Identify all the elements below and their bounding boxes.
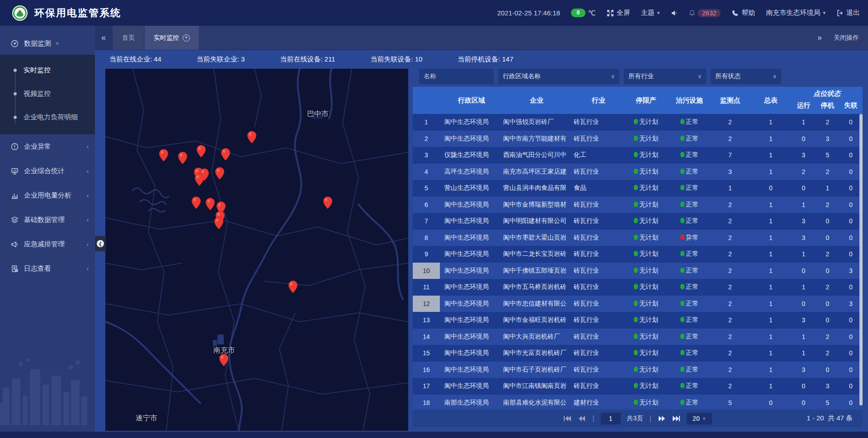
industry-select[interactable]: 所有行业 ∨: [624, 69, 706, 84]
map-pin-icon[interactable]: [323, 196, 333, 209]
theme-dropdown[interactable]: 主题▾: [641, 9, 660, 17]
cell-region: 南部生态环境局: [440, 399, 499, 407]
cell-off: 0: [840, 333, 862, 340]
map-pin-icon[interactable]: [191, 196, 201, 209]
map-pin-icon[interactable]: [288, 280, 298, 293]
table-row[interactable]: 14阆中生态环境局阆中大兴页岩机砖厂砖瓦行业无计划正常21120: [413, 329, 863, 345]
table-row[interactable]: 16阆中生态环境局阆中市石子页岩机砖厂砖瓦行业无计划正常21300: [413, 362, 863, 378]
tab-home[interactable]: 首页: [113, 26, 144, 50]
help-button[interactable]: 帮助: [731, 9, 755, 17]
notification-bell[interactable]: 2632: [689, 9, 721, 17]
sidebar-item-enterprise-stats[interactable]: 企业综合统计‹: [0, 159, 95, 183]
table-row[interactable]: 9阆中生态环境局阆中市二龙长宝页岩砖砖瓦行业无计划正常21120: [413, 246, 863, 263]
table-row[interactable]: 17阆中生态环境局阆中市江南镇阆南页岩砖瓦行业无计划正常21030: [413, 378, 863, 395]
cell-points: 2: [710, 333, 750, 340]
map-pin-icon[interactable]: [205, 198, 215, 211]
tabs-scroll-left-icon[interactable]: «: [95, 26, 112, 50]
table-row[interactable]: 2阆中生态环境局阆中市南方节能建材有砖瓦行业无计划正常21030: [413, 131, 863, 147]
status-dot-green: [680, 185, 684, 190]
map-pin-icon[interactable]: [178, 151, 188, 165]
map-pin-icon[interactable]: [214, 217, 224, 230]
cell-facility: 正常: [669, 217, 710, 225]
fullscreen-button[interactable]: 全屏: [607, 9, 630, 17]
map-pin-icon[interactable]: [194, 173, 204, 186]
table-row[interactable]: 6阆中生态环境局阆中市金博瑞新型墙材砖瓦行业无计划正常21120: [413, 197, 863, 213]
table-row[interactable]: 5营山生态环境局营山县润丰肉食品有限食品无计划正常10010: [413, 180, 863, 197]
next-page-icon[interactable]: [658, 415, 666, 422]
org-dropdown[interactable]: 南充市生态环境局▾: [766, 9, 826, 17]
cell-points: 2: [710, 201, 750, 208]
cell-off: 0: [840, 184, 862, 192]
page-size-select[interactable]: 20 ∨: [687, 413, 712, 424]
map-collapse-handle[interactable]: ❮: [95, 236, 106, 251]
map-pin-icon[interactable]: [159, 149, 169, 162]
cell-industry: 建材行业: [570, 399, 623, 407]
logout-button[interactable]: 退出: [836, 9, 860, 17]
cell-run: 0: [792, 399, 816, 406]
table-row[interactable]: 7阆中生态环境局阆中明阳建材有限公司砖瓦行业无计划正常21300: [413, 213, 863, 230]
sidebar-subitem-realtime-monitor[interactable]: 实时监控: [0, 58, 95, 82]
cell-off: 0: [840, 118, 862, 126]
col-index: [413, 87, 440, 114]
temperature-badge: 0: [571, 9, 585, 17]
name-search-input[interactable]: 名称: [419, 69, 494, 84]
table-row[interactable]: 8阆中生态环境局阆中市枣碧大梁山页岩砖瓦行业无计划异常21300: [413, 230, 863, 246]
sidebar: 数据监测˅实时监控视频监控企业电力负荷明细企业异常‹企业综合统计‹企业用电量分析…: [0, 26, 95, 432]
map-pin-icon[interactable]: [247, 131, 257, 144]
last-page-icon[interactable]: [672, 415, 680, 422]
sidebar-item-emergency-reduction[interactable]: 应急减排管理‹: [0, 232, 95, 256]
sidebar-item-power-analysis[interactable]: 企业用电量分析‹: [0, 183, 95, 207]
status-dot-green: [680, 317, 684, 322]
sidebar-item-log-view[interactable]: 日志查看‹: [0, 256, 95, 281]
cell-no: 2: [413, 131, 440, 147]
cell-facility: 正常: [669, 349, 710, 357]
close-icon[interactable]: ✕: [183, 34, 190, 42]
sidebar-subitem-video-monitor[interactable]: 视频监控: [0, 82, 95, 105]
status-select[interactable]: 所有状态 ∨: [711, 69, 781, 84]
sidebar-item-label: 企业综合统计: [24, 167, 65, 175]
sidebar-item-enterprise-abnormal[interactable]: 企业异常‹: [0, 134, 95, 159]
cell-off: 0: [840, 168, 862, 175]
region-select[interactable]: 行政区域名称 ∨: [498, 69, 619, 84]
table-row[interactable]: 10阆中生态环境局阆中千佛镇五郎垭页岩砖瓦行业无计划正常21003: [413, 263, 863, 279]
speaker-icon: [670, 9, 678, 17]
cell-region: 仪陇生态环境局: [440, 151, 499, 159]
map-pin-icon[interactable]: [219, 353, 229, 367]
status-dot-red: [680, 235, 684, 240]
cell-meter: 1: [750, 118, 792, 126]
first-page-icon[interactable]: [563, 415, 571, 422]
map-panel[interactable]: 巴中市南充市遂宁市: [105, 69, 408, 431]
skyline-watermark: [0, 358, 95, 425]
cell-industry: 砖瓦行业: [570, 382, 623, 390]
tab-realtime[interactable]: 实时监控✕: [145, 26, 199, 50]
table-row[interactable]: 4高坪生态环境局南充市高坪区王家店建砖瓦行业无计划正常31220: [413, 164, 863, 180]
close-operations-button[interactable]: 关闭操作: [834, 34, 859, 42]
cell-stop: 0: [816, 234, 840, 241]
sound-button[interactable]: [670, 9, 678, 17]
table-row[interactable]: 18南部生态环境局南部县难化水泥有限公建材行业无计划正常50050: [413, 395, 863, 410]
sidebar-subitem-power-load-detail[interactable]: 企业电力负荷明细: [0, 105, 95, 129]
bell-count-badge: 2632: [698, 9, 721, 17]
col-group-point-status: 点位状态 运行 停机 失联: [792, 87, 862, 114]
table-row[interactable]: 13阆中生态环境局阆中市金福旺页岩机砖砖瓦行业无计划正常21300: [413, 312, 863, 329]
sidebar-item-data-monitor[interactable]: 数据监测˅: [0, 32, 95, 55]
cell-facility: 正常: [669, 184, 710, 192]
cell-stop: 0: [816, 366, 840, 373]
table-row[interactable]: 15阆中生态环境局阆中市光富页岩机砖厂砖瓦行业无计划正常21120: [413, 345, 863, 362]
map-pin-icon[interactable]: [215, 167, 225, 180]
map-pin-icon[interactable]: [221, 148, 231, 161]
sidebar-item-base-data[interactable]: 基础数据管理‹: [0, 207, 95, 232]
prev-page-icon[interactable]: [578, 415, 586, 422]
table-row[interactable]: 11阆中生态环境局阆中市五马桥页岩机砖砖瓦行业无计划正常21120: [413, 279, 863, 296]
cell-industry: 食品: [570, 184, 623, 192]
table-row[interactable]: 3仪陇生态环境局西南油气田分公司川中化工无计划正常71350: [413, 147, 863, 164]
table-scrollbar[interactable]: [859, 114, 863, 405]
cell-run: 3: [792, 316, 816, 324]
tabs-scroll-right-icon[interactable]: »: [817, 33, 822, 42]
map-pin-icon[interactable]: [196, 145, 206, 158]
cell-production: 无计划: [623, 399, 669, 407]
cell-no: 14: [413, 329, 440, 345]
page-input[interactable]: 1: [601, 413, 621, 424]
table-row[interactable]: 1阆中生态环境局阆中强锐页岩砖厂砖瓦行业无计划正常21120: [413, 114, 863, 131]
table-row[interactable]: 12阆中生态环境局阆中市忠信建材有限公砖瓦行业无计划正常21003: [413, 296, 863, 312]
